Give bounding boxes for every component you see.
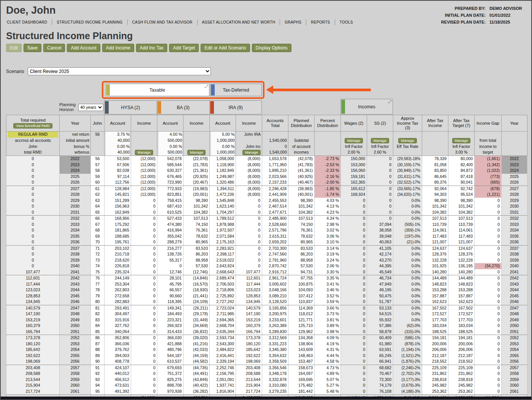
cell: 188,525 [448,329,475,335]
cell: 2044 [502,287,527,293]
display-options-button[interactable]: Display Options [252,44,291,52]
subheader-cell: Subtotalof accountincomes [288,131,315,156]
cell: 3.06 % [315,233,341,240]
cell: 0-0% [393,210,422,216]
cell: 1,937,741 [210,383,236,389]
subheader-line [503,144,526,150]
manage-button[interactable]: Manage [187,150,206,155]
cell: (42,033) [184,347,210,353]
nav-item-graphs[interactable]: GRAPHS [280,19,306,25]
cell: 3,310,080 [262,383,288,389]
table-row: 0202761128,984(12,000)772,933(19,983)1,3… [6,186,527,192]
cell: 206,006 [422,347,448,353]
cell: 175,292 [104,222,131,228]
column-header-label: Wages (2) [342,121,366,126]
manage-button[interactable]: Manage [371,138,389,143]
edit-button[interactable]: Edit [6,44,22,52]
tab-taxable[interactable]: Taxable ⤢ [105,84,209,96]
manage-button[interactable]: Manage [452,138,470,143]
cell: 114,061 [422,227,448,233]
cell: 128,853 [236,293,262,299]
resize-icon[interactable]: ⤢ [388,99,391,104]
cell: 0 [341,311,367,317]
cell: (1,221) [475,192,502,198]
nav-item-structured-income-planning[interactable]: STRUCTURED INCOME PLANNING [52,19,127,25]
cell: (678) [475,186,502,192]
nav-item-cash-flow-and-tax-advisor[interactable]: CASH FLOW AND TAX ADVISOR [127,19,197,25]
cancel-button[interactable]: Cancel [43,44,65,52]
nav-item-tools[interactable]: TOOLS [335,19,358,25]
cell: 165,612 [341,186,367,192]
table-row: 160,379205084327,7620266,923(34,669)2,66… [6,323,527,329]
cell: 2036 [502,239,527,245]
cell: 0 [6,210,60,216]
cell: 79 [91,293,104,299]
cell: 78 [91,287,104,293]
cell: (12,000) [131,168,157,174]
column-header-label: Income [184,121,209,126]
cell: 0 [367,156,393,162]
nav-item-reports[interactable]: REPORTS [306,19,334,25]
table-row: 0203064156,9630687,410101,3421,623,14002… [6,203,527,210]
cell: 0 [475,245,502,251]
group-ira[interactable]: IRA (9) [209,100,262,114]
column-header-label: Account [211,121,235,126]
group-incomes[interactable]: Incomes ⤢ [340,99,393,114]
cell: 76 [91,275,104,281]
nav-item-asset-allocation-and-net-worth[interactable]: ASSET ALLOCATION AND NET WORTH [197,19,280,25]
column-header-label: Year [60,121,90,126]
cell: 160,379 [236,323,262,329]
cell: 2044 [60,287,91,293]
cell: 1,623,140 [210,203,236,210]
cell: 3,048,166 [262,287,288,293]
table-row: 213,544205993456,5120825,275(43,849)2,05… [6,377,527,383]
tab-tax-deferred[interactable]: Tax-Deferred [210,84,262,96]
cell: 2050 [60,323,91,329]
table-row: 166,794205185340,0540314,433(36,832)2,63… [6,329,527,335]
cell: 101,342 [184,203,210,210]
cell: 0 [341,227,367,233]
cell: (21,783) [184,162,210,168]
add-inc-tax-button[interactable]: Add Inc Tax [136,44,167,52]
edit-or-add-scenario-button[interactable]: Edit or Add Scenario [201,44,250,52]
cell: 93 [91,377,104,383]
column-header-account-7: Account [210,115,236,132]
manage-button[interactable]: Manage [345,138,363,143]
cell: 3,200,975 [262,311,288,317]
cell: 4.23 % [315,210,341,216]
subheader-line [503,138,526,144]
cell: 2,725,892 [210,293,236,299]
cell: 41,105 [367,245,393,251]
manage-button[interactable]: Manage [135,150,153,155]
cell: 2,668,643 [210,269,236,275]
group-hysa[interactable]: HYSA (2) [104,100,157,114]
add-account-button[interactable]: Add Account [67,44,100,52]
cell: 2048 [60,311,91,317]
subheader-cell [422,131,448,156]
cell: -1.85 % [315,186,341,192]
add-income-button[interactable]: Add Income [102,44,134,52]
cell: 162,623 [448,299,475,305]
structured-income-planning-page: Doe, John PREPARED BY:DEMO ADVISORINITIA… [0,0,532,400]
cell: 1,320,486 [210,179,236,186]
cell: (8,000) [236,179,262,186]
group-ba[interactable]: BA (3) [157,100,210,114]
cell: 0 [131,216,157,222]
cell: 2,339,194 [210,359,236,365]
cell: 71 [91,245,104,251]
cell: 117,483 [448,233,475,240]
scenario-select[interactable]: Client Review 2025 [28,67,211,75]
cell: 5.48 % [315,389,341,395]
resize-icon[interactable]: ⤢ [204,84,208,89]
cell: 192,622 [6,353,60,359]
cell: 1,249,987 [210,174,236,180]
manage-button[interactable]: Manage [398,138,416,143]
cell: 140,579 [6,305,60,311]
add-target-button[interactable]: Add Target [169,44,199,52]
view-beneficial-rmd-button[interactable]: View Beneficial RMD [13,123,52,129]
nav-item-client-dashboard[interactable]: CLIENT DASHBOARD [6,19,52,25]
cell: (36,832) [184,329,210,335]
save-button[interactable]: Save [24,44,41,52]
planning-horizon-select[interactable]: 40 years [78,104,103,111]
manage-button[interactable]: Manage [242,150,261,155]
